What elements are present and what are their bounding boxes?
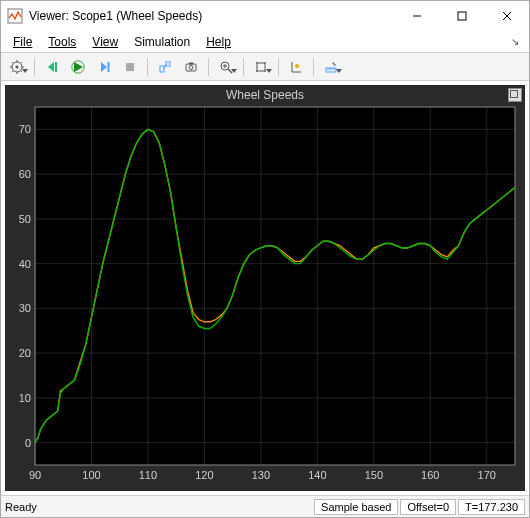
svg-text:170: 170	[478, 469, 496, 481]
status-sample: Sample based	[314, 499, 398, 515]
status-ready: Ready	[5, 501, 312, 513]
chevron-down-icon	[266, 59, 272, 77]
configure-button[interactable]	[5, 56, 29, 78]
svg-text:90: 90	[29, 469, 41, 481]
svg-text:0: 0	[25, 437, 31, 449]
run-button[interactable]	[66, 56, 90, 78]
svg-rect-11	[160, 66, 164, 72]
maximize-button[interactable]	[439, 1, 484, 31]
svg-rect-10	[126, 63, 134, 71]
menu-help[interactable]: Help	[198, 33, 239, 51]
separator	[278, 58, 279, 76]
menu-view[interactable]: View	[84, 33, 126, 51]
svg-text:20: 20	[19, 347, 31, 359]
close-button[interactable]	[484, 1, 529, 31]
measure-button[interactable]	[319, 56, 343, 78]
step-back-button[interactable]	[40, 56, 64, 78]
plot-axes[interactable]: 9010011012013014015016017001020304050607…	[5, 103, 525, 491]
menu-simulation[interactable]: Simulation	[126, 33, 198, 51]
status-time: T=177.230	[458, 499, 525, 515]
toolbar	[1, 53, 529, 81]
svg-rect-16	[189, 62, 193, 64]
svg-text:160: 160	[421, 469, 439, 481]
svg-text:140: 140	[308, 469, 326, 481]
separator	[313, 58, 314, 76]
svg-text:100: 100	[82, 469, 100, 481]
svg-rect-21	[257, 63, 265, 71]
chevron-down-icon	[22, 59, 28, 77]
svg-text:110: 110	[139, 469, 157, 481]
chevron-down-icon	[231, 59, 237, 77]
titlebar: Viewer: Scope1 (Wheel Speeds)	[1, 1, 529, 31]
svg-text:10: 10	[19, 392, 31, 404]
svg-text:40: 40	[19, 258, 31, 270]
chevron-down-icon	[336, 59, 342, 77]
statusbar: Ready Sample based Offset=0 T=177.230	[1, 495, 529, 517]
plot-title: Wheel Speeds	[5, 85, 525, 103]
svg-text:150: 150	[365, 469, 383, 481]
minimize-button[interactable]	[394, 1, 439, 31]
menubar: File Tools View Simulation Help ↘	[1, 31, 529, 53]
plot-restore-button[interactable]	[508, 88, 522, 102]
stop-button[interactable]	[118, 56, 142, 78]
cursor-button[interactable]	[284, 56, 308, 78]
separator	[147, 58, 148, 76]
quick-access-chevron-icon[interactable]: ↘	[511, 36, 525, 47]
separator	[34, 58, 35, 76]
svg-point-6	[16, 65, 19, 68]
menu-tools[interactable]: Tools	[40, 33, 84, 51]
svg-text:50: 50	[19, 213, 31, 225]
app-icon	[7, 8, 23, 24]
svg-point-15	[189, 65, 193, 69]
status-offset: Offset=0	[400, 499, 456, 515]
svg-rect-12	[166, 62, 170, 66]
plot-container: Wheel Speeds 901001101201301401501601700…	[1, 81, 529, 495]
snapshot-button[interactable]	[179, 56, 203, 78]
svg-point-24	[295, 64, 299, 68]
svg-text:130: 130	[252, 469, 270, 481]
autoscale-button[interactable]	[249, 56, 273, 78]
separator	[243, 58, 244, 76]
svg-text:60: 60	[19, 168, 31, 180]
svg-rect-30	[35, 107, 515, 465]
svg-text:30: 30	[19, 302, 31, 314]
menu-file[interactable]: File	[5, 33, 40, 51]
separator	[208, 58, 209, 76]
highlight-button[interactable]	[153, 56, 177, 78]
svg-rect-2	[458, 12, 466, 20]
svg-text:70: 70	[19, 123, 31, 135]
step-forward-button[interactable]	[92, 56, 116, 78]
zoom-button[interactable]	[214, 56, 238, 78]
window-title: Viewer: Scope1 (Wheel Speeds)	[29, 9, 202, 23]
svg-text:120: 120	[195, 469, 213, 481]
